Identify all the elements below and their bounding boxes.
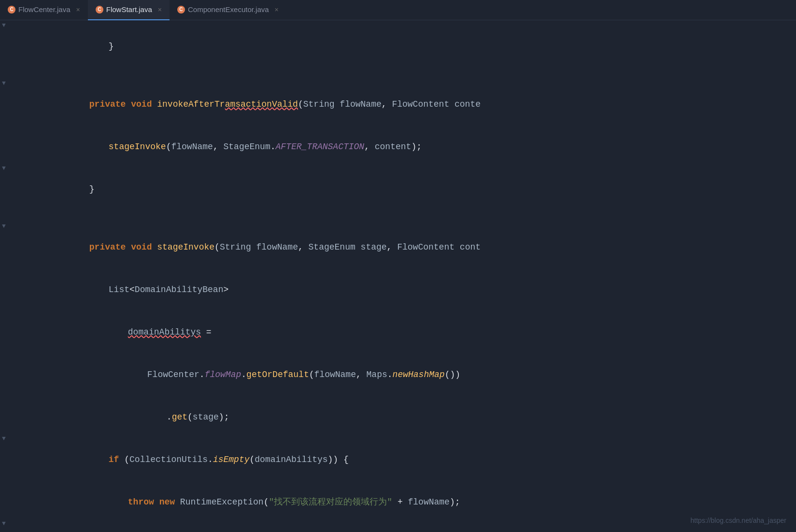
line-content: private void invokeAfterTramsactionValid… [34, 83, 796, 126]
tab-bar: C FlowCenter.java × C FlowStart.java × C… [0, 0, 796, 20]
tab-flowstart-icon: C [96, 6, 103, 14]
code-line-stageinvoke-call: stageInvoke(flowName, StageEnum.AFTER_TR… [0, 126, 796, 168]
line-content: } [34, 168, 796, 210]
line-content: throw new RuntimeException("找不到该流程对应的领域行… [34, 481, 796, 523]
code-line-domain-assign: domainAbilitys = [0, 311, 796, 353]
code-line-blank1 [0, 68, 796, 83]
fold-icon[interactable]: ▼ [2, 22, 9, 28]
fold-icon-if-close[interactable]: ▼ [2, 520, 9, 527]
tab-flowstart-label: FlowStart.java [106, 5, 152, 14]
line-content: .get(stage); [34, 396, 796, 438]
fold-icon-stageinvoke[interactable]: ▼ [2, 223, 9, 229]
tab-flowstart[interactable]: C FlowStart.java × [88, 0, 170, 20]
fold-icon-if[interactable]: ▼ [2, 435, 9, 442]
code-line-close1: ▼ } [0, 168, 796, 210]
tab-componentexecutor-icon: C [177, 6, 185, 14]
code-line-if: ▼ if (CollectionUtils.isEmpty(domainAbil… [0, 438, 796, 481]
watermark: https://blog.csdn.net/aha_jasper [691, 517, 786, 524]
tab-flowcenter-close[interactable]: × [76, 6, 80, 14]
tab-flowcenter[interactable]: C FlowCenter.java × [0, 0, 88, 20]
line-content: private void stageInvoke(String flowName… [34, 226, 796, 268]
line-content: } [34, 25, 796, 68]
line-content: domainAbilitys = [34, 311, 796, 353]
line-content: } [34, 523, 796, 532]
code-line-stageinvoke-def: ▼ private void stageInvoke(String flowNa… [0, 226, 796, 268]
fold-icon-invoke[interactable]: ▼ [2, 80, 9, 86]
tab-componentexecutor-close[interactable]: × [275, 6, 279, 14]
line-content: FlowCenter.flowMap.getOrDefault(flowName… [34, 353, 796, 396]
code-line: ▼ } [0, 25, 796, 68]
line-content: if (CollectionUtils.isEmpty(domainAbilit… [34, 438, 796, 481]
tab-flowcenter-icon: C [8, 6, 15, 14]
code-area: ▼ } ▼ private void invokeAfterTramsactio… [0, 20, 796, 532]
line-content: stageInvoke(flowName, StageEnum.AFTER_TR… [34, 126, 796, 168]
tab-flowstart-close[interactable]: × [158, 6, 162, 14]
code-line-get-stage: .get(stage); [0, 396, 796, 438]
code-line-invoke-after: ▼ private void invokeAfterTramsactionVal… [0, 83, 796, 126]
code-line-list: List<DomainAbilityBean> [0, 268, 796, 311]
tab-componentexecutor[interactable]: C ComponentExecutor.java × [170, 0, 286, 20]
code-line-if-close: ▼ } [0, 523, 796, 532]
line-content: List<DomainAbilityBean> [34, 268, 796, 311]
code-line-flowcenter: FlowCenter.flowMap.getOrDefault(flowName… [0, 353, 796, 396]
tab-componentexecutor-label: ComponentExecutor.java [188, 5, 269, 14]
fold-icon-close1[interactable]: ▼ [2, 165, 9, 171]
tab-flowcenter-label: FlowCenter.java [18, 5, 71, 14]
code-line-blank2 [0, 210, 796, 226]
code-line-throw: throw new RuntimeException("找不到该流程对应的领域行… [0, 481, 796, 523]
